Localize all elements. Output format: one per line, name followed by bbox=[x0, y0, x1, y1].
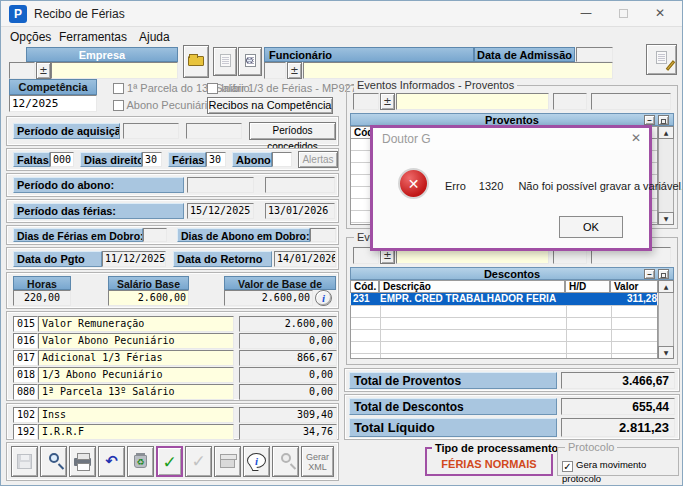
empresa-name-field[interactable] bbox=[51, 62, 178, 79]
save-button[interactable] bbox=[11, 446, 38, 477]
checkbox-inibir-terco[interactable]: Inibir 1/3 de Férias - MP927 bbox=[207, 82, 357, 94]
search-icon bbox=[49, 453, 59, 463]
salario-base-field[interactable]: 2.600,00 bbox=[108, 290, 189, 306]
total-proventos-value: 3.466,67 bbox=[561, 372, 675, 389]
provento-valor-field[interactable] bbox=[591, 93, 671, 110]
aquisicao-fim-field[interactable] bbox=[186, 123, 242, 139]
proventos-scrollbar[interactable] bbox=[658, 139, 674, 212]
descontos-scrollbar[interactable] bbox=[658, 293, 674, 346]
dobro-ferias-field[interactable] bbox=[143, 228, 167, 242]
grid-maximize-button[interactable] bbox=[658, 269, 669, 279]
provento-dropdown-button[interactable]: ± bbox=[380, 93, 395, 110]
abono-field[interactable] bbox=[272, 152, 292, 167]
deduction-value: 309,40 bbox=[239, 407, 337, 423]
provento-code-field[interactable] bbox=[353, 93, 379, 110]
total-liquido-label: Total Líquido bbox=[349, 418, 557, 437]
funcionario-dropdown-button[interactable]: ± bbox=[287, 62, 302, 79]
open-company-button[interactable] bbox=[183, 45, 209, 78]
row-code: 231 bbox=[351, 293, 380, 305]
faltas-field[interactable]: 000 bbox=[50, 152, 74, 167]
close-button[interactable]: ✕ bbox=[646, 5, 674, 23]
checkbox-icon bbox=[207, 83, 218, 94]
periodo-aquisicao-panel: Período de aquisição: Períodos concedido… bbox=[6, 116, 339, 146]
scroll-up-button[interactable]: ▲ bbox=[658, 126, 674, 139]
preview-button[interactable] bbox=[238, 47, 262, 76]
abono-label: Abono: bbox=[232, 152, 272, 167]
data-retorno-field[interactable]: 14/01/2026 bbox=[274, 251, 336, 267]
funcionario-code-field[interactable] bbox=[264, 62, 286, 79]
data-admissao-field[interactable] bbox=[576, 47, 613, 62]
competencia-field[interactable]: 12/2025 bbox=[9, 95, 97, 112]
dialog-close-button[interactable]: ✕ bbox=[631, 131, 641, 145]
aquisicao-inicio-field[interactable] bbox=[123, 123, 179, 139]
checkbox-gera-protocolo[interactable]: ✓ Gera movimento protocolo bbox=[562, 458, 678, 484]
tipo-processamento-value: FÉRIAS NORMAIS bbox=[427, 458, 551, 470]
info-button[interactable]: i bbox=[243, 446, 270, 477]
provento-desc-field[interactable] bbox=[396, 93, 549, 110]
minimize-button[interactable]: — bbox=[572, 5, 600, 23]
print-button[interactable] bbox=[69, 446, 96, 477]
ferias-label: Férias: bbox=[168, 152, 206, 167]
printer-icon bbox=[74, 458, 91, 466]
periodo-abono-panel: Período do abono: bbox=[6, 173, 339, 197]
item-value: 2.600,00 bbox=[239, 316, 337, 332]
periodos-concedidos-button[interactable]: Períodos concedidos bbox=[249, 122, 336, 140]
item-value: 0,00 bbox=[239, 384, 337, 400]
grid-minimize-button[interactable]: – bbox=[644, 115, 655, 125]
payment-button[interactable] bbox=[214, 446, 241, 477]
checkbox-icon bbox=[113, 100, 124, 111]
confirm-button[interactable]: ✓ bbox=[156, 446, 183, 477]
horas-base-field[interactable]: 220,00 bbox=[13, 290, 71, 306]
generate-document-button[interactable] bbox=[646, 44, 677, 75]
ferias-field[interactable]: 30 bbox=[206, 152, 226, 167]
data-pgto-field[interactable]: 11/12/2025 bbox=[102, 251, 166, 267]
abono-fim-field[interactable] bbox=[265, 177, 335, 193]
ok-button[interactable]: OK bbox=[559, 216, 623, 238]
scroll-down-button[interactable]: ▼ bbox=[658, 346, 674, 359]
periodo-abono-label: Período do abono: bbox=[13, 177, 184, 193]
periodo-ferias-label: Período das férias: bbox=[13, 203, 184, 219]
search-disabled-button[interactable] bbox=[272, 446, 299, 477]
ferias-fim-field[interactable]: 13/01/2026 bbox=[265, 203, 335, 219]
gerar-xml-button[interactable]: Gerar XML bbox=[301, 446, 334, 477]
dobro-abono-label: Dias de Abono em Dobro: bbox=[177, 228, 310, 242]
empresa-header: Empresa bbox=[26, 47, 178, 62]
copy-receipt-button[interactable] bbox=[213, 47, 237, 76]
descontos-grid-rows[interactable] bbox=[350, 305, 658, 359]
tipo-processamento-label: Tipo de processamento bbox=[432, 442, 561, 454]
grid-minimize-button[interactable]: – bbox=[644, 269, 655, 279]
document-copy-icon bbox=[220, 54, 231, 67]
empresa-code-field[interactable] bbox=[9, 62, 35, 79]
scroll-up-button[interactable]: ▲ bbox=[658, 280, 674, 293]
empresa-dropdown-button[interactable]: ± bbox=[36, 62, 51, 79]
valor-base-field[interactable]: 2.600,00 bbox=[224, 290, 313, 306]
undo-button[interactable]: ↶ bbox=[98, 446, 125, 477]
menu-ferramentas[interactable]: Ferramentas bbox=[59, 30, 127, 44]
total-proventos-label: Total de Proventos bbox=[349, 372, 557, 389]
dobro-panel: Dias de Férias em Dobro: Dias de Abono e… bbox=[6, 225, 339, 245]
dialog-title: Doutor G bbox=[382, 132, 431, 146]
info-base-button[interactable]: i bbox=[315, 290, 332, 306]
item-code: 018 bbox=[13, 367, 38, 383]
funcionario-name-field[interactable] bbox=[303, 62, 613, 79]
provento-hd-field[interactable] bbox=[553, 93, 587, 110]
window-title: Recibo de Férias bbox=[34, 7, 125, 21]
maximize-button[interactable] bbox=[609, 5, 637, 23]
grid-maximize-button[interactable] bbox=[658, 115, 669, 125]
grid-line bbox=[566, 306, 567, 358]
delete-button[interactable]: ♻ bbox=[127, 446, 154, 477]
dobro-abono-field[interactable] bbox=[310, 228, 336, 242]
search-button[interactable] bbox=[40, 446, 67, 477]
confirm-disabled-button[interactable]: ✓ bbox=[185, 446, 212, 477]
descontos-selected-row[interactable]: 231 EMPR. CRED TRABALHADOR FERIA 311,28 bbox=[351, 293, 657, 305]
alertas-button[interactable]: Alertas bbox=[298, 151, 338, 168]
deduction-code: 102 bbox=[13, 407, 38, 423]
ferias-inicio-field[interactable]: 15/12/2025 bbox=[187, 203, 254, 219]
abono-inicio-field[interactable] bbox=[187, 177, 254, 193]
scroll-down-button[interactable]: ▼ bbox=[658, 212, 674, 225]
menu-opcoes[interactable]: Opções bbox=[10, 30, 51, 44]
dias-direito-field[interactable]: 30 bbox=[142, 152, 162, 167]
menu-ajuda[interactable]: Ajuda bbox=[139, 30, 170, 44]
checkbox-abono-pecuniario[interactable]: Abono Pecuniário bbox=[113, 99, 213, 111]
recibos-competencia-button[interactable]: Recibos na Competência bbox=[207, 97, 333, 114]
